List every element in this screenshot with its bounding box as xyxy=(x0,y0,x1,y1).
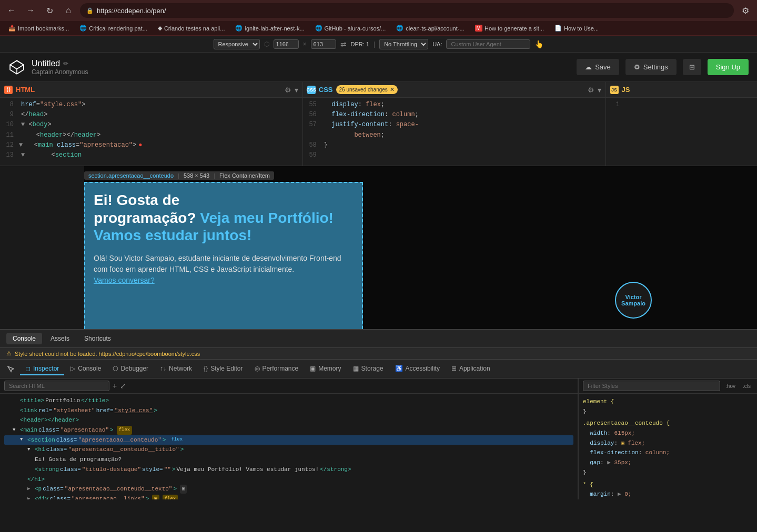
element-tooltip: section.apresentacao__conteudo | 538 × 5… xyxy=(84,171,274,180)
console-tab-console[interactable]: Console xyxy=(6,333,42,344)
preview-body-text: Olá! Sou Victor Sampaio, estudante inici… xyxy=(85,253,362,294)
tab-console[interactable]: ▷ Console xyxy=(65,363,106,375)
flex-badge-p[interactable]: ▣ xyxy=(180,485,187,494)
application-tab-icon: ⊞ xyxy=(451,365,457,372)
search-html-input[interactable] xyxy=(4,381,109,391)
viewport-height-input[interactable]: 613 xyxy=(311,39,336,49)
tree-h1-close[interactable]: </h1> xyxy=(4,475,573,485)
save-button[interactable]: ☁ Save xyxy=(577,59,619,75)
tab-application[interactable]: ⊞ Application xyxy=(446,363,496,375)
ua-input[interactable] xyxy=(446,39,530,49)
tree-section[interactable]: ▼ <section class="apresentacao__conteudo… xyxy=(4,435,573,445)
tree-main[interactable]: ▼ <main class="apresentacao"> flex xyxy=(4,425,573,435)
tooltip-type: Flex Container/Item xyxy=(219,172,270,179)
tree-strong[interactable]: <strong class="titulo-destaque" style=""… xyxy=(4,465,573,475)
pen-title-text: Untitled xyxy=(32,59,60,68)
tab-storage[interactable]: ▦ Storage xyxy=(348,363,389,375)
touch-icon[interactable]: 👆 xyxy=(534,40,543,48)
error-dot: ● xyxy=(138,140,142,150)
html-chevron-icon[interactable]: ▾ xyxy=(295,86,298,94)
save-icon: ☁ xyxy=(585,63,592,71)
bookmark-1[interactable]: 🌐 Critical rendering pat... xyxy=(75,24,152,33)
preview-body-text-content: Olá! Sou Victor Sampaio, estudante inici… xyxy=(94,254,341,273)
tree-title[interactable]: <title>Porttfolio</title> xyxy=(4,396,573,406)
flex-badge-section[interactable]: flex xyxy=(169,435,185,444)
js-editor-content[interactable]: 1 xyxy=(606,98,757,166)
html-editor-content[interactable]: 8 href="style.css"> 9 </head> 10 ▼ <body… xyxy=(0,98,302,166)
bookmark-import[interactable]: 📥 Import bookmarks... xyxy=(4,24,73,33)
home-button[interactable]: ⌂ xyxy=(61,3,76,18)
add-node-icon[interactable]: + xyxy=(113,382,117,390)
js-icon: JS xyxy=(610,86,619,94)
address-bar[interactable]: 🔒 https://codepen.io/pen/ xyxy=(80,3,734,18)
pseudo-cls-button[interactable]: .cls xyxy=(741,382,753,390)
tree-link[interactable]: <link rel="stylesheet" href="style.css"> xyxy=(4,406,573,416)
html-editor-header: ⟨⟩ HTML ⚙ ▾ xyxy=(0,82,302,98)
layout-button[interactable]: ⊞ xyxy=(683,59,701,75)
flex-badge-div2[interactable]: flex xyxy=(163,495,178,499)
css-line-58: 58 } xyxy=(307,140,601,150)
css-editor: CSS CSS 26 unsaved changes ✕ ⚙ ▾ 55 disp… xyxy=(303,82,606,166)
html-gear-icon[interactable]: ⚙ xyxy=(285,86,291,94)
signup-button[interactable]: Sign Up xyxy=(708,59,749,75)
settings-icon: ⚙ xyxy=(634,63,640,71)
tree-div[interactable]: ▶ <div class="apresentacao__links"> ▣ fl… xyxy=(4,494,573,499)
tree-h1[interactable]: ▼ <h1 class="apresentacao__conteudo__tit… xyxy=(4,445,573,455)
css-line-57: 57 justify-content: space- between; xyxy=(307,120,601,140)
style-selector-element: element { xyxy=(583,398,614,405)
expand-icon[interactable]: ⤢ xyxy=(120,382,126,390)
console-tab-shortcuts[interactable]: Shortcuts xyxy=(78,333,117,344)
cast-button[interactable]: ⚙ xyxy=(738,3,753,18)
element-picker-icon[interactable] xyxy=(4,363,17,375)
flex-badge-main[interactable]: flex xyxy=(117,426,133,435)
forward-button[interactable]: → xyxy=(23,3,38,18)
css-editor-content[interactable]: 55 display: flex; 56 flex-direction: col… xyxy=(303,98,605,166)
bookmark-5[interactable]: 🌐 clean-ts-api/account-... xyxy=(392,24,468,33)
tree-p[interactable]: ▶ <p class="apresentacao__conteudo__text… xyxy=(4,484,573,494)
unsaved-close-icon[interactable]: ✕ xyxy=(390,86,395,93)
tab-performance[interactable]: ◎ Performance xyxy=(249,363,304,375)
styles-panel: :hov .cls element { } .apresentacao__con… xyxy=(578,378,757,499)
css-chevron-icon[interactable]: ▾ xyxy=(598,86,601,94)
responsive-mode-select[interactable]: Responsive xyxy=(214,39,260,49)
memory-tab-label: Memory xyxy=(318,365,341,372)
style-editor-tab-icon: {} xyxy=(204,365,208,372)
preview-content: Ei! Gosta de programação? Veja meu Portf… xyxy=(84,182,363,329)
bookmark-2[interactable]: ◆ Criando testes na apli... xyxy=(154,24,229,33)
tab-network[interactable]: ↑↓ Network xyxy=(155,363,197,375)
throttle-select[interactable]: No Throttling xyxy=(379,39,428,49)
edit-pen-icon[interactable]: ✏ xyxy=(63,60,68,67)
css-gear-icon[interactable]: ⚙ xyxy=(588,86,594,94)
bookmark-label-3: ignite-lab-after-nest-k... xyxy=(245,25,304,32)
preview-link[interactable]: Vamos conversar? xyxy=(94,276,155,284)
refresh-button[interactable]: ↻ xyxy=(42,3,57,18)
svg-marker-1 xyxy=(10,60,24,69)
tree-h1-text[interactable]: Ei! Gosta de programação? xyxy=(4,455,573,465)
html-panel-toolbar: + ⤢ xyxy=(0,378,578,394)
style-selector-star: * { xyxy=(583,482,593,488)
console-tab-assets[interactable]: Assets xyxy=(44,333,76,344)
viewport-width-input[interactable]: 1166 xyxy=(274,39,299,49)
pseudo-hover-button[interactable]: :hov xyxy=(723,382,738,390)
flex-badge-div[interactable]: ▣ xyxy=(152,495,159,499)
tab-debugger[interactable]: ⬡ Debugger xyxy=(107,363,154,375)
layout-icon: ⊞ xyxy=(689,63,695,71)
filter-styles-input[interactable] xyxy=(583,381,720,391)
html-line-12: 12 ▼ <main class="apresentacao"> ● xyxy=(4,140,298,150)
pen-title: Untitled ✏ xyxy=(32,59,88,68)
tab-memory[interactable]: ▣ Memory xyxy=(305,363,346,375)
tab-inspector[interactable]: ◻ Inspector xyxy=(20,363,64,375)
style-rule-element: element { } xyxy=(583,397,753,416)
bookmark-icon-6: M xyxy=(475,25,482,32)
bookmark-3[interactable]: 🌐 ignite-lab-after-nest-k... xyxy=(231,24,308,33)
settings-button[interactable]: ⚙ Settings xyxy=(625,59,677,75)
bookmark-4[interactable]: 🌐 GitHub - alura-cursos/... xyxy=(311,24,390,33)
bookmark-7[interactable]: 📄 How to Use... xyxy=(550,24,603,33)
tab-style-editor[interactable]: {} Style Editor xyxy=(198,363,248,375)
tab-accessibility[interactable]: ♿ Accessibility xyxy=(390,363,445,375)
bookmark-6[interactable]: M How to generate a sit... xyxy=(471,24,548,33)
tree-header[interactable]: <header></header> xyxy=(4,415,573,425)
accessibility-tab-label: Accessibility xyxy=(406,365,440,372)
back-button[interactable]: ← xyxy=(4,3,19,18)
save-label: Save xyxy=(595,63,611,71)
